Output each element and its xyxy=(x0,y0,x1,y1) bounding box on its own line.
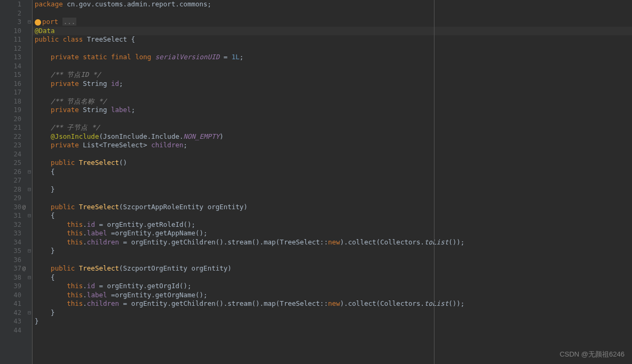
code-line[interactable] xyxy=(33,9,632,18)
line-number[interactable]: 37@ xyxy=(9,264,32,273)
fold-toggle-icon[interactable]: ⊟ xyxy=(28,18,31,27)
code-line[interactable]: public TreeSelect() xyxy=(33,159,632,168)
line-number[interactable]: 22 xyxy=(9,132,32,141)
code-line[interactable] xyxy=(33,150,632,159)
line-number[interactable]: 39 xyxy=(9,282,32,291)
line-number[interactable]: 33 xyxy=(9,229,32,238)
line-number[interactable]: 16 xyxy=(9,80,32,89)
code-line[interactable]: private List<TreeSelect> children; xyxy=(33,141,632,150)
line-number[interactable]: 27 xyxy=(9,176,32,185)
line-number[interactable]: 15 xyxy=(9,70,32,80)
line-number[interactable]: 13 xyxy=(9,53,32,62)
code-editor[interactable]: 123⊟1011121314151617181920212223242526⊟2… xyxy=(0,0,632,364)
line-number[interactable]: 31⊟ xyxy=(9,211,32,220)
code-line[interactable]: this.children = orgEntity.getChildren().… xyxy=(33,299,632,308)
code-line[interactable]: private static final long serialVersionU… xyxy=(33,53,632,62)
code-content[interactable]: package cn.gov.customs.admin.report.comm… xyxy=(32,0,632,364)
line-number[interactable]: 14 xyxy=(9,62,32,71)
code-line[interactable]: } xyxy=(33,317,632,326)
line-number[interactable]: 36 xyxy=(9,256,32,265)
code-line[interactable]: } xyxy=(33,308,632,318)
override-marker-icon[interactable]: @ xyxy=(22,203,26,212)
code-line[interactable]: { xyxy=(33,168,632,177)
line-number[interactable]: 35⊟ xyxy=(9,247,32,256)
line-number[interactable]: 30@ xyxy=(9,203,32,212)
line-number[interactable]: 43 xyxy=(9,317,32,326)
fold-toggle-icon[interactable]: ⊟ xyxy=(28,185,31,194)
code-line[interactable]: this.label =orgEntity.getOrgName(); xyxy=(33,291,632,300)
line-number[interactable]: 41 xyxy=(9,299,32,308)
line-number[interactable]: 23 xyxy=(9,141,32,150)
code-line[interactable] xyxy=(33,176,632,185)
code-line[interactable]: port ... xyxy=(33,18,632,27)
code-line[interactable] xyxy=(33,194,632,203)
fold-toggle-icon[interactable]: ⊟ xyxy=(28,168,31,177)
code-line[interactable] xyxy=(33,62,632,71)
line-number[interactable]: 11 xyxy=(9,35,32,44)
line-number[interactable]: 42⊟ xyxy=(9,308,32,318)
line-number[interactable]: 1 xyxy=(9,0,32,9)
code-line[interactable]: /** 子节点 */ xyxy=(33,123,632,132)
code-line[interactable]: } xyxy=(33,185,632,194)
line-number[interactable]: 38⊟ xyxy=(9,273,32,282)
code-line[interactable]: public TreeSelect(SzcportOrgEntity orgEn… xyxy=(33,264,632,273)
code-line[interactable]: this.id = orgEntity.getRoleId(); xyxy=(33,220,632,230)
code-line[interactable]: @Data xyxy=(33,27,632,36)
line-number[interactable]: 20 xyxy=(9,115,32,124)
code-line[interactable]: this.label =orgEntity.getAppName(); xyxy=(33,229,632,238)
code-line[interactable]: private String label; xyxy=(33,106,632,115)
line-number[interactable]: 32 xyxy=(9,220,32,230)
line-number[interactable]: 18 xyxy=(9,97,32,106)
line-number[interactable]: 19 xyxy=(9,106,32,115)
line-number[interactable]: 10 xyxy=(9,27,32,36)
code-line[interactable]: { xyxy=(33,273,632,282)
line-number[interactable]: 44 xyxy=(9,326,32,335)
code-line[interactable] xyxy=(33,326,632,335)
line-number[interactable]: 17 xyxy=(9,88,32,97)
line-number[interactable]: 21 xyxy=(9,123,32,132)
line-number-gutter[interactable]: 123⊟1011121314151617181920212223242526⊟2… xyxy=(9,0,32,364)
code-line[interactable] xyxy=(33,88,632,97)
line-number[interactable]: 29 xyxy=(9,194,32,203)
code-line[interactable]: { xyxy=(33,211,632,220)
watermark-text: CSDN @无颜祖6246 xyxy=(559,350,625,359)
code-line[interactable]: /** 节点ID */ xyxy=(33,70,632,80)
line-number[interactable]: 2 xyxy=(9,9,32,18)
code-line[interactable]: private String id; xyxy=(33,80,632,89)
fold-toggle-icon[interactable]: ⊟ xyxy=(28,247,31,256)
fold-toggle-icon[interactable]: ⊟ xyxy=(28,211,31,220)
line-number[interactable]: 24 xyxy=(9,150,32,159)
code-line[interactable]: public class TreeSelect { xyxy=(33,35,632,44)
line-number[interactable]: 40 xyxy=(9,291,32,300)
line-number[interactable]: 26⊟ xyxy=(9,168,32,177)
code-line[interactable] xyxy=(33,44,632,53)
code-line[interactable]: @JsonInclude(JsonInclude.Include.NON_EMP… xyxy=(33,132,632,141)
override-marker-icon[interactable]: @ xyxy=(22,264,26,273)
right-margin-guide xyxy=(434,0,434,364)
line-number[interactable]: 3⊟ xyxy=(9,18,32,27)
gutter-marks xyxy=(0,0,9,364)
line-number[interactable]: 12 xyxy=(9,44,32,53)
fold-toggle-icon[interactable]: ⊟ xyxy=(28,308,31,318)
code-line[interactable] xyxy=(33,115,632,124)
code-line[interactable]: public TreeSelect(SzcportAppRoleEntity o… xyxy=(33,203,632,212)
code-line[interactable]: /** 节点名称 */ xyxy=(33,97,632,106)
code-line[interactable]: package cn.gov.customs.admin.report.comm… xyxy=(33,0,632,9)
fold-toggle-icon[interactable]: ⊟ xyxy=(28,273,31,282)
code-line[interactable]: this.id = orgEntity.getOrgId(); xyxy=(33,282,632,291)
code-line[interactable] xyxy=(33,256,632,265)
line-number[interactable]: 34 xyxy=(9,238,32,247)
code-line[interactable]: } xyxy=(33,247,632,256)
line-number[interactable]: 28⊟ xyxy=(9,185,32,194)
line-number[interactable]: 25 xyxy=(9,159,32,168)
code-line[interactable]: this.children = orgEntity.getChildren().… xyxy=(33,238,632,247)
